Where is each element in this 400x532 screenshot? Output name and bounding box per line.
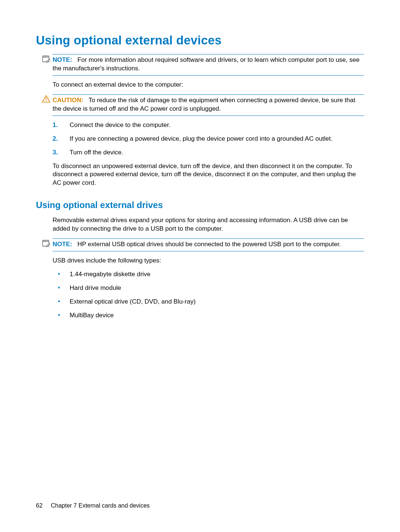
svg-point-3 — [44, 56, 45, 57]
step-text: If you are connecting a powered device, … — [70, 135, 333, 142]
note-text: NOTE: For more information about require… — [53, 56, 360, 72]
svg-point-11 — [44, 241, 45, 241]
step-item: 2. If you are connecting a powered devic… — [53, 135, 364, 143]
note-label: NOTE: — [53, 241, 72, 248]
page-footer: 62 Chapter 7 External cards and devices — [36, 502, 150, 509]
caution-icon — [42, 95, 51, 103]
caution-block: CAUTION: To reduce the risk of damage to… — [53, 94, 364, 116]
paragraph-intro: To connect an external device to the com… — [53, 81, 364, 89]
list-item: External optical drive (CD, DVD, and Blu… — [53, 298, 364, 306]
svg-point-2 — [43, 56, 44, 57]
note-body: For more information about required soft… — [53, 56, 360, 72]
paragraph-usb-types: USB drives include the following types: — [53, 257, 364, 265]
page-number: 62 — [36, 502, 43, 509]
paragraph-disconnect: To disconnect an unpowered external devi… — [53, 162, 364, 188]
page: Using optional external devices NOTE: Fo… — [0, 0, 400, 532]
svg-point-7 — [46, 101, 46, 101]
bullet-list: 1.44-megabyte diskette drive Hard drive … — [53, 270, 364, 320]
body-content-2: Removable external drives expand your op… — [53, 216, 364, 320]
note-block-2: NOTE: HP external USB optical drives sho… — [53, 238, 364, 251]
svg-point-10 — [43, 241, 44, 241]
list-item: Hard drive module — [53, 284, 364, 292]
caution-text: CAUTION: To reduce the risk of damage to… — [53, 97, 355, 112]
step-text: Turn off the device. — [70, 149, 123, 156]
caution-label: CAUTION: — [53, 97, 83, 104]
paragraph-removable: Removable external drives expand your op… — [53, 216, 364, 233]
svg-point-5 — [47, 56, 47, 57]
svg-point-13 — [47, 241, 47, 241]
svg-point-4 — [46, 56, 46, 57]
heading-1: Using optional external devices — [36, 33, 364, 47]
note-icon — [42, 239, 51, 247]
step-text: Connect the device to the computer. — [70, 121, 170, 128]
step-number: 1. — [53, 121, 58, 130]
step-number: 3. — [53, 148, 58, 157]
step-number: 2. — [53, 135, 58, 143]
note-label: NOTE: — [53, 56, 72, 63]
note-icon — [42, 55, 51, 63]
list-item: 1.44-megabyte diskette drive — [53, 270, 364, 279]
list-item: MultiBay device — [53, 311, 364, 320]
step-item: 3. Turn off the device. — [53, 148, 364, 157]
svg-point-12 — [46, 241, 46, 241]
caution-body: To reduce the risk of damage to the equi… — [53, 97, 355, 112]
steps-list: 1. Connect the device to the computer. 2… — [53, 121, 364, 157]
body-content: NOTE: For more information about require… — [53, 54, 364, 187]
note-text: NOTE: HP external USB optical drives sho… — [53, 241, 341, 248]
heading-2: Using optional external drives — [36, 200, 364, 210]
step-item: 1. Connect the device to the computer. — [53, 121, 364, 130]
chapter-label: Chapter 7 External cards and devices — [51, 502, 150, 509]
note-block-1: NOTE: For more information about require… — [53, 54, 364, 76]
note-body: HP external USB optical drives should be… — [77, 241, 341, 248]
